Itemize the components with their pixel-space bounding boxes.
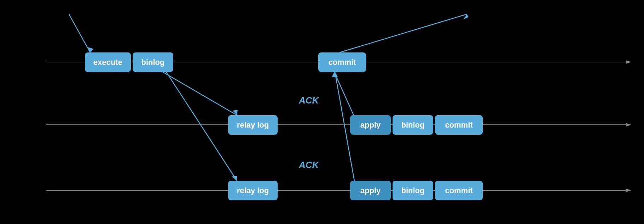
- commit2-box: commit: [435, 115, 483, 135]
- relaylog2-box: relay log: [228, 181, 278, 200]
- svg-line-6: [69, 14, 90, 52]
- svg-marker-5: [626, 189, 631, 192]
- commit1-box: commit: [318, 52, 366, 72]
- ack1-label: ACK: [299, 95, 319, 106]
- svg-line-12: [166, 72, 237, 181]
- commit3-box: commit: [435, 181, 483, 200]
- apply1-box: apply: [350, 115, 391, 135]
- binlog2-box: binlog: [393, 115, 433, 135]
- svg-marker-13: [232, 176, 237, 181]
- execute-box: execute: [85, 52, 131, 72]
- svg-line-8: [340, 14, 467, 52]
- svg-line-10: [163, 72, 237, 115]
- binlog1-box: binlog: [133, 52, 173, 72]
- diagram-svg: [0, 0, 644, 224]
- svg-marker-3: [626, 123, 631, 127]
- apply2-box: apply: [350, 181, 391, 200]
- relaylog1-box: relay log: [228, 115, 278, 135]
- binlog3-box: binlog: [393, 181, 433, 200]
- svg-line-14: [334, 72, 354, 115]
- svg-marker-1: [626, 60, 631, 64]
- ack2-label: ACK: [299, 159, 319, 170]
